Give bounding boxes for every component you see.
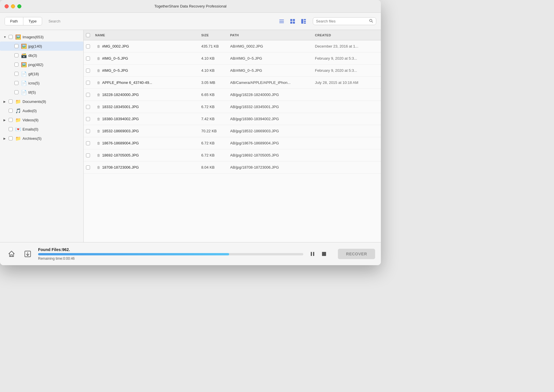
archives-icon: 📁	[15, 135, 21, 142]
row-checkbox-2[interactable]	[86, 69, 90, 73]
tab-type[interactable]: Type	[23, 17, 42, 25]
sidebar-item-images[interactable]: ▼ 🖼️ Images(653)	[0, 32, 83, 42]
delete-icon-5: 🗑	[97, 105, 100, 109]
tab-search[interactable]: Search	[44, 17, 64, 25]
delete-icon-3: 🗑	[97, 81, 100, 85]
pause-button[interactable]	[308, 249, 317, 259]
delete-icon-2: 🗑	[97, 69, 100, 73]
delete-icon-7: 🗑	[97, 129, 100, 133]
sidebar-item-tif[interactable]: ▶ 📄 tif(5)	[0, 88, 83, 97]
app-title: TogetherShare Data Recovery Professional	[154, 4, 227, 8]
file-path-6: AB/jpg/18380-18394002.JPG	[230, 117, 315, 121]
delete-icon-10: 🗑	[97, 165, 100, 169]
save-button[interactable]	[22, 248, 33, 260]
sidebar-item-archives[interactable]: ▶ 📁 Archives(5)	[0, 134, 83, 143]
checkbox-archives[interactable]	[9, 136, 13, 140]
row-check-cell	[86, 69, 95, 73]
row-checkbox-7[interactable]	[86, 129, 90, 133]
checkbox-audio[interactable]	[9, 109, 13, 113]
checkbox-documents[interactable]	[9, 99, 13, 103]
sidebar-item-documents[interactable]: ▶ 📁 Documents(9)	[0, 97, 83, 106]
checkbox-gif[interactable]	[14, 72, 18, 76]
table-row[interactable]: 🗑18332-18345001.JPG 6.72 KB AB/jpg/18332…	[84, 101, 381, 113]
list-view-button[interactable]	[277, 17, 286, 26]
table-row[interactable]: 🗑#IMG_0~5.JPG 4.10 KB AB/#IMG_0~5.JPG Fe…	[84, 52, 381, 65]
expand-arrow-archives: ▶	[3, 137, 8, 140]
maximize-button[interactable]	[17, 4, 21, 8]
table-row[interactable]: 🗑18532-18669003.JPG 70.22 KB AB/jpg/1853…	[84, 125, 381, 137]
file-size-1: 4.10 KB	[201, 56, 230, 61]
file-size-7: 70.22 KB	[201, 129, 230, 133]
file-size-0: 435.71 KB	[201, 44, 230, 48]
checkbox-videos[interactable]	[9, 118, 13, 122]
table-row[interactable]: 🗑18708-18723006.JPG 8.04 KB AB/jpg/18708…	[84, 161, 381, 174]
table-row[interactable]: 🗑18692-18705005.JPG 6.72 KB AB/jpg/18692…	[84, 149, 381, 161]
delete-icon-0: 🗑	[97, 44, 100, 48]
checkbox-emails[interactable]	[9, 127, 13, 131]
grid-view-button[interactable]	[288, 17, 297, 26]
table-row[interactable]: 🗑18380-18394002.JPG 7.42 KB AB/jpg/18380…	[84, 113, 381, 125]
svg-rect-10	[304, 22, 306, 24]
view-icons	[277, 17, 308, 26]
row-checkbox-9[interactable]	[86, 153, 90, 157]
file-path-0: AB/#MG_0002.JPG	[230, 44, 315, 48]
main-content: ▼ 🖼️ Images(653) ▶ 🖼️ jpg(140) ▶ 🗃️ db(3…	[0, 30, 381, 242]
table-row[interactable]: 🗑APPLE_iPhone 6_43740-49... 3.05 MB AB/C…	[84, 77, 381, 89]
row-checkbox-3[interactable]	[86, 81, 90, 85]
sidebar-item-audio[interactable]: ▶ 🎵 Audio(0)	[0, 106, 83, 115]
table-row[interactable]: 🗑#IMG_0~5.JPG 4.10 KB AB/#IMG_0~5.JPG Fe…	[84, 65, 381, 77]
minimize-button[interactable]	[11, 4, 15, 8]
home-button[interactable]	[6, 248, 17, 260]
row-checkbox-8[interactable]	[86, 141, 90, 145]
checkbox-images[interactable]	[9, 35, 13, 39]
recover-button[interactable]: RECOVER	[338, 249, 375, 259]
file-path-4: AB/jpg/18228-18240000.JPG	[230, 93, 315, 97]
sidebar-item-png[interactable]: ▶ 🖼️ png(482)	[0, 60, 83, 69]
svg-rect-17	[313, 252, 314, 256]
row-checkbox-0[interactable]	[86, 44, 90, 48]
row-checkbox-1[interactable]	[86, 56, 90, 61]
checkbox-jpg[interactable]	[14, 44, 18, 48]
png-label: png(482)	[28, 63, 43, 67]
sidebar-item-gif[interactable]: ▶ 📄 gif(18)	[0, 69, 83, 78]
db-label: db(3)	[28, 53, 37, 58]
file-size-8: 6.72 KB	[201, 141, 230, 145]
checkbox-icns[interactable]	[14, 81, 18, 85]
sidebar-item-db[interactable]: ▶ 🗃️ db(3)	[0, 51, 83, 60]
sidebar-item-videos[interactable]: ▶ 📁 Videos(9)	[0, 115, 83, 125]
row-checkbox-6[interactable]	[86, 117, 90, 121]
expand-arrow-videos: ▶	[3, 118, 8, 122]
file-size-4: 6.65 KB	[201, 93, 230, 97]
search-box[interactable]	[313, 17, 376, 25]
svg-rect-7	[301, 19, 303, 24]
file-size-9: 6.72 KB	[201, 153, 230, 157]
close-button[interactable]	[5, 4, 9, 8]
table-row[interactable]: 🗑18228-18240000.JPG 6.65 KB AB/jpg/18228…	[84, 89, 381, 101]
checkbox-png[interactable]	[14, 63, 18, 67]
table-row[interactable]: 🗑18676-18689004.JPG 6.72 KB AB/jpg/18676…	[84, 137, 381, 149]
file-path-8: AB/jpg/18676-18689004.JPG	[230, 141, 315, 145]
search-input[interactable]	[316, 19, 367, 23]
col-header-created: CREATED	[315, 33, 379, 37]
row-checkbox-10[interactable]	[86, 165, 90, 169]
emails-icon: 💌	[15, 126, 21, 132]
sidebar-item-jpg[interactable]: ▶ 🖼️ jpg(140)	[0, 42, 83, 51]
preview-view-button[interactable]	[299, 17, 308, 26]
checkbox-db[interactable]	[14, 53, 18, 57]
png-icon: 🖼️	[21, 61, 27, 68]
sidebar-item-emails[interactable]: ▶ 💌 Emails(0)	[0, 125, 83, 134]
svg-rect-3	[290, 19, 292, 21]
sidebar-item-icns[interactable]: ▶ 📄 icns(5)	[0, 78, 83, 88]
tab-path[interactable]: Path	[5, 17, 23, 25]
header-checkbox[interactable]	[86, 33, 90, 37]
title-bar: TogetherShare Data Recovery Professional	[0, 0, 381, 13]
checkbox-tif[interactable]	[14, 90, 18, 94]
file-name-5: 🗑18332-18345001.JPG	[95, 105, 201, 109]
file-name-8: 🗑18676-18689004.JPG	[95, 141, 201, 145]
row-checkbox-4[interactable]	[86, 93, 90, 97]
row-check-cell	[86, 117, 95, 121]
toolbar: Path Type Search	[0, 13, 381, 30]
row-checkbox-5[interactable]	[86, 105, 90, 109]
stop-button[interactable]	[319, 249, 329, 259]
table-row[interactable]: 🗑#MG_0002.JPG 435.71 KB AB/#MG_0002.JPG …	[84, 40, 381, 52]
